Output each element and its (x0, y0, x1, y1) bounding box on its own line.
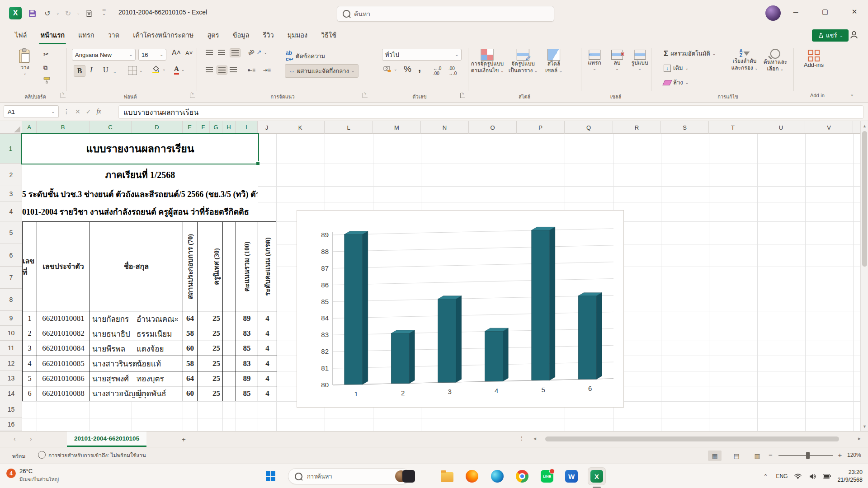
tab-แทรก[interactable]: แทรก (71, 26, 101, 44)
table-cell-blank[interactable] (223, 371, 236, 386)
table-cell-blank[interactable] (198, 326, 210, 341)
table-cell-name[interactable]: นางสาวอนัญญามีกุดพันธ์ (90, 386, 183, 401)
wifi-icon[interactable] (794, 472, 802, 480)
taskbar-edge[interactable] (488, 467, 506, 485)
tab-หน้าแรก[interactable]: หน้าแรก (33, 26, 71, 44)
table-cell-id[interactable]: 66201010086 (37, 371, 90, 386)
maximize-button[interactable]: ▢ (812, 0, 838, 23)
doc-title-cell[interactable]: แบบรายงานผลการเรียน (22, 134, 258, 164)
conditional-formatting-button[interactable]: การจัดรูปแบบตามเงื่อนไข ⌄ (471, 49, 504, 74)
table-cell-blank[interactable] (198, 341, 210, 356)
column-header-F[interactable]: F (197, 121, 210, 134)
font-dialog-launcher-icon[interactable] (190, 93, 195, 98)
language-indicator[interactable]: ENG (776, 473, 788, 479)
tab-เค้าโครงหน้ากระดาษ[interactable]: เค้าโครงหน้ากระดาษ (126, 26, 200, 44)
scroll-up-icon[interactable]: ▲ (861, 122, 868, 130)
insert-cells-button[interactable]: แทรก⌄ (588, 50, 601, 71)
table-cell-no[interactable]: 1 (23, 311, 37, 326)
format-as-table-button[interactable]: จัดรูปแบบเป็นตาราง ⌄ (509, 49, 538, 74)
new-sheet-icon[interactable]: ＋ (179, 435, 188, 444)
weather-widget[interactable]: 4 26°C มีเมฆเป็นส่วนใหญ่ (6, 468, 59, 483)
row-header-13[interactable]: 13 (0, 371, 22, 386)
table-header-no[interactable]: เลขที่ (23, 222, 37, 311)
bold-button[interactable]: B (74, 65, 85, 77)
number-format-combo[interactable]: ทั่วไป⌄ (382, 49, 462, 61)
excel-app-icon[interactable]: X (9, 7, 22, 19)
table-cell-blank[interactable] (223, 356, 236, 371)
column-header-C[interactable]: C (90, 121, 132, 134)
column-header-K[interactable]: K (276, 121, 325, 134)
column-header-D[interactable]: D (132, 121, 183, 134)
undo-icon[interactable]: ↺ (41, 6, 54, 20)
table-cell-total[interactable]: 89 (236, 311, 258, 326)
taskbar-app-dark[interactable] (400, 467, 418, 485)
table-cell-id[interactable]: 66201010084 (37, 341, 90, 356)
table-header-total[interactable]: คะแนนรวม (100) (236, 222, 258, 311)
grow-font-icon[interactable]: A˄ (172, 49, 181, 57)
sheet-nav-left-icon[interactable]: ‹ (14, 435, 16, 442)
column-header-S[interactable]: S (661, 121, 709, 134)
row-header-10[interactable]: 10 (0, 326, 22, 341)
font-size-combo[interactable]: 16⌄ (138, 49, 166, 61)
addins-button[interactable]: Add-ins (804, 50, 824, 69)
table-cell-blank[interactable] (223, 311, 236, 326)
format-painter-icon[interactable] (43, 77, 50, 84)
table-cell-total[interactable]: 85 (236, 341, 258, 356)
volume-icon[interactable] (808, 472, 816, 480)
increase-indent-icon[interactable]: ⇥≡ (263, 67, 271, 73)
align-bottom-icon[interactable] (230, 48, 241, 57)
align-center-icon[interactable] (217, 66, 227, 75)
table-cell-no[interactable]: 5 (23, 371, 37, 386)
tab-รีวิว[interactable]: รีวิว (256, 26, 281, 44)
orientation-icon[interactable]: ab↗⌄ (248, 49, 267, 56)
row-header-6[interactable]: 6 (0, 244, 22, 267)
tab-scroll-splitter-icon[interactable]: ⁞ (521, 435, 523, 442)
paste-button[interactable]: วาง⌄ (18, 48, 32, 76)
scroll-down-icon[interactable]: ▼ (861, 422, 868, 430)
table-header-name[interactable]: ชื่อ-สกุล (90, 222, 183, 311)
clock[interactable]: 23:20 21/9/2568 (837, 469, 863, 484)
row-header-12[interactable]: 12 (0, 356, 22, 371)
table-cell-name[interactable]: นายกัลยกรอำนวณคณะ (90, 311, 183, 326)
sort-filter-button[interactable]: AZ เรียงลำดับและกรอง ⌄ (731, 49, 758, 71)
table-cell-score30[interactable]: 25 (210, 326, 223, 341)
doc-course-cell[interactable]: 0101-2004 รายวิชา งานส่งกำลังรถยนต์ ครูผ… (22, 202, 258, 221)
table-cell-name[interactable]: นายพีรพลแดงจ้อย (90, 341, 183, 356)
column-header-B[interactable]: B (37, 121, 90, 134)
wrap-text-button[interactable]: abc↩ตัดข้อความ (286, 50, 325, 62)
row-header-9[interactable]: 9 (0, 311, 22, 326)
italic-button[interactable]: I (90, 66, 92, 74)
table-cell-score30[interactable]: 25 (210, 386, 223, 401)
tab-มุมมอง[interactable]: มุมมอง (281, 26, 314, 44)
zoom-in-icon[interactable]: ＋ (836, 451, 843, 460)
align-right-icon[interactable] (230, 67, 237, 72)
clipboard-dialog-launcher-icon[interactable] (61, 93, 66, 98)
table-cell-score30[interactable]: 25 (210, 356, 223, 371)
taskbar-chrome[interactable] (513, 467, 531, 485)
table-cell-score70[interactable]: 58 (183, 356, 198, 371)
taskbar-word[interactable]: W (562, 467, 580, 485)
tray-chevron-icon[interactable]: ⌃ (761, 472, 769, 480)
zoom-level[interactable]: 120% (847, 452, 861, 458)
column-header-G[interactable]: G (210, 121, 222, 134)
feedback-person-icon[interactable] (849, 30, 859, 40)
table-cell-name[interactable]: นายสุรพงศ์ทองบุตร (90, 371, 183, 386)
table-cell-id[interactable]: 66201010088 (37, 386, 90, 401)
select-all-corner[interactable] (0, 121, 22, 134)
fill-button[interactable]: ↓ เติม⌄ (664, 63, 689, 73)
scroll-right-icon[interactable]: ► (857, 436, 862, 441)
zoom-slider[interactable] (778, 455, 833, 456)
table-header-blank[interactable] (223, 222, 236, 311)
row-header-14[interactable]: 14 (0, 386, 22, 401)
table-cell-id[interactable]: 66201010081 (37, 311, 90, 326)
scroll-left-icon[interactable]: ◄ (533, 436, 537, 441)
zoom-slider-knob[interactable] (806, 452, 810, 459)
formula-input[interactable]: แบบรายงานผลการเรียน (118, 105, 863, 119)
column-header-A[interactable]: A (22, 121, 37, 134)
page-layout-view-icon[interactable]: ▤ (730, 450, 743, 461)
delete-cells-button[interactable]: ลบ⌄ (611, 50, 623, 71)
fill-handle[interactable] (256, 161, 260, 165)
decrease-decimal-icon[interactable]: .00→.0 (448, 66, 457, 76)
table-cell-grade[interactable]: 4 (258, 341, 277, 356)
table-cell-score30[interactable]: 25 (210, 371, 223, 386)
